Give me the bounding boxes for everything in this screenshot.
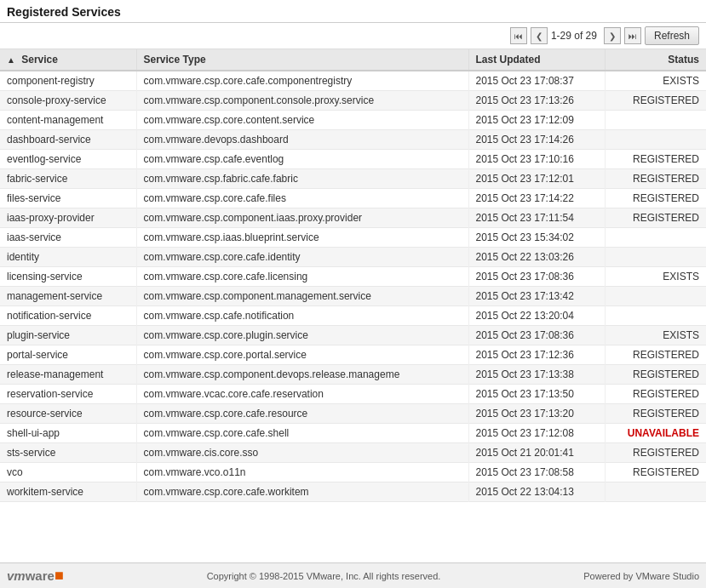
- col-header-type[interactable]: Service Type: [136, 49, 468, 71]
- table-row[interactable]: content-management com.vmware.csp.core.c…: [0, 111, 706, 130]
- cell-service: plugin-service: [0, 326, 136, 345]
- col-header-status[interactable]: Status: [605, 49, 706, 71]
- cell-updated: 2015 Oct 22 13:03:26: [468, 248, 605, 267]
- cell-updated: 2015 Oct 23 17:10:16: [468, 150, 605, 169]
- cell-service: management-service: [0, 287, 136, 306]
- table-row[interactable]: files-service com.vmware.csp.core.cafe.f…: [0, 189, 706, 208]
- cell-status: REGISTERED: [605, 385, 706, 404]
- cell-service: workitem-service: [0, 482, 136, 502]
- table-row[interactable]: resource-service com.vmware.csp.core.caf…: [0, 404, 706, 424]
- cell-status: REGISTERED: [605, 169, 706, 189]
- cell-type: com.vmware.csp.core.cafe.shell: [136, 424, 468, 443]
- cell-updated: 2015 Oct 23 17:13:42: [468, 287, 605, 306]
- table-row[interactable]: management-service com.vmware.csp.compon…: [0, 287, 706, 306]
- table-row[interactable]: fabric-service com.vmware.csp.fabric.caf…: [0, 169, 706, 189]
- cell-updated: 2015 Oct 23 17:12:08: [468, 424, 605, 443]
- col-header-updated[interactable]: Last Updated: [468, 49, 605, 71]
- cell-type: com.vmware.csp.core.cafe.resource: [136, 404, 468, 424]
- table-row[interactable]: dashboard-service com.vmware.devops.dash…: [0, 130, 706, 150]
- cell-type: com.vmware.csp.component.management.serv…: [136, 287, 468, 306]
- cell-status: EXISTS: [605, 267, 706, 287]
- cell-type: com.vmware.csp.component.console.proxy.s…: [136, 91, 468, 111]
- cell-status: UNAVAILABLE: [605, 424, 706, 443]
- table-row[interactable]: notification-service com.vmware.csp.cafe…: [0, 306, 706, 326]
- cell-status: [605, 287, 706, 306]
- cell-updated: 2015 Oct 23 17:08:58: [468, 463, 605, 482]
- table-row[interactable]: workitem-service com.vmware.csp.core.caf…: [0, 482, 706, 502]
- last-page-button[interactable]: ⏭: [624, 27, 641, 44]
- cell-status: [605, 228, 706, 248]
- table-row[interactable]: component-registry com.vmware.csp.core.c…: [0, 71, 706, 91]
- cell-updated: 2015 Oct 23 15:34:02: [468, 228, 605, 248]
- next-page-button[interactable]: ❯: [604, 27, 621, 44]
- cell-status: [605, 306, 706, 326]
- cell-service: fabric-service: [0, 169, 136, 189]
- cell-status: REGISTERED: [605, 208, 706, 228]
- cell-status: REGISTERED: [605, 150, 706, 169]
- footer: vmware■ Copyright © 1998-2015 VMware, In…: [0, 562, 706, 588]
- cell-type: com.vmware.cis.core.sso: [136, 443, 468, 463]
- table-header-row: ▲ Service Service Type Last Updated Stat…: [0, 49, 706, 71]
- cell-updated: 2015 Oct 22 13:04:13: [468, 482, 605, 502]
- cell-type: com.vmware.csp.component.iaas.proxy.prov…: [136, 208, 468, 228]
- table-row[interactable]: shell-ui-app com.vmware.csp.core.cafe.sh…: [0, 424, 706, 443]
- cell-status: REGISTERED: [605, 345, 706, 365]
- table-row[interactable]: release-management com.vmware.csp.compon…: [0, 365, 706, 385]
- vmware-logo-text: vm: [7, 568, 26, 583]
- cell-service: content-management: [0, 111, 136, 130]
- cell-type: com.vmware.csp.core.cafe.identity: [136, 248, 468, 267]
- footer-copyright: Copyright © 1998-2015 VMware, Inc. All r…: [207, 571, 441, 581]
- table-row[interactable]: plugin-service com.vmware.csp.core.plugi…: [0, 326, 706, 345]
- cell-status: [605, 482, 706, 502]
- cell-service: sts-service: [0, 443, 136, 463]
- table-row[interactable]: iaas-proxy-provider com.vmware.csp.compo…: [0, 208, 706, 228]
- table-row[interactable]: sts-service com.vmware.cis.core.sso 2015…: [0, 443, 706, 463]
- table-row[interactable]: licensing-service com.vmware.csp.core.ca…: [0, 267, 706, 287]
- cell-updated: 2015 Oct 23 17:13:50: [468, 385, 605, 404]
- cell-updated: 2015 Oct 23 17:12:09: [468, 111, 605, 130]
- table-body: component-registry com.vmware.csp.core.c…: [0, 71, 706, 502]
- cell-updated: 2015 Oct 23 17:08:36: [468, 267, 605, 287]
- cell-updated: 2015 Oct 22 13:20:04: [468, 306, 605, 326]
- col-header-service[interactable]: ▲ Service: [0, 49, 136, 71]
- cell-status: REGISTERED: [605, 463, 706, 482]
- table-row[interactable]: eventlog-service com.vmware.csp.cafe.eve…: [0, 150, 706, 169]
- cell-type: com.vmware.csp.core.cafe.files: [136, 189, 468, 208]
- table-row[interactable]: identity com.vmware.csp.core.cafe.identi…: [0, 248, 706, 267]
- cell-updated: 2015 Oct 23 17:11:54: [468, 208, 605, 228]
- cell-type: com.vmware.csp.core.portal.service: [136, 345, 468, 365]
- cell-service: reservation-service: [0, 385, 136, 404]
- table-row[interactable]: console-proxy-service com.vmware.csp.com…: [0, 91, 706, 111]
- cell-type: com.vmware.csp.core.cafe.componentregist…: [136, 71, 468, 91]
- cell-service: console-proxy-service: [0, 91, 136, 111]
- table-row[interactable]: reservation-service com.vmware.vcac.core…: [0, 385, 706, 404]
- cell-service: iaas-proxy-provider: [0, 208, 136, 228]
- cell-status: REGISTERED: [605, 404, 706, 424]
- cell-type: com.vmware.csp.cafe.notification: [136, 306, 468, 326]
- sort-arrow-icon: ▲: [7, 55, 15, 65]
- cell-type: com.vmware.csp.core.content.service: [136, 111, 468, 130]
- cell-type: com.vmware.vcac.core.cafe.reservation: [136, 385, 468, 404]
- table-row[interactable]: portal-service com.vmware.csp.core.porta…: [0, 345, 706, 365]
- refresh-button[interactable]: Refresh: [645, 26, 699, 45]
- first-page-button[interactable]: ⏮: [510, 27, 527, 44]
- cell-updated: 2015 Oct 23 17:13:26: [468, 91, 605, 111]
- table-row[interactable]: iaas-service com.vmware.csp.iaas.bluepri…: [0, 228, 706, 248]
- prev-page-button[interactable]: ❮: [531, 27, 548, 44]
- cell-updated: 2015 Oct 23 17:12:36: [468, 345, 605, 365]
- vmware-logo: vmware■: [7, 567, 64, 585]
- cell-type: com.vmware.devops.dashboard: [136, 130, 468, 150]
- cell-updated: 2015 Oct 23 17:14:26: [468, 130, 605, 150]
- toolbar: ⏮ ❮ 1-29 of 29 ❯ ⏭ Refresh: [0, 23, 706, 49]
- cell-status: REGISTERED: [605, 189, 706, 208]
- cell-updated: 2015 Oct 23 17:13:20: [468, 404, 605, 424]
- cell-service: release-management: [0, 365, 136, 385]
- cell-status: [605, 248, 706, 267]
- cell-service: resource-service: [0, 404, 136, 424]
- cell-updated: 2015 Oct 21 20:01:41: [468, 443, 605, 463]
- table-row[interactable]: vco com.vmware.vco.o11n 2015 Oct 23 17:0…: [0, 463, 706, 482]
- cell-type: com.vmware.csp.component.devops.release.…: [136, 365, 468, 385]
- vmware-logo-dot: ■: [55, 567, 64, 585]
- cell-status: [605, 130, 706, 150]
- cell-service: iaas-service: [0, 228, 136, 248]
